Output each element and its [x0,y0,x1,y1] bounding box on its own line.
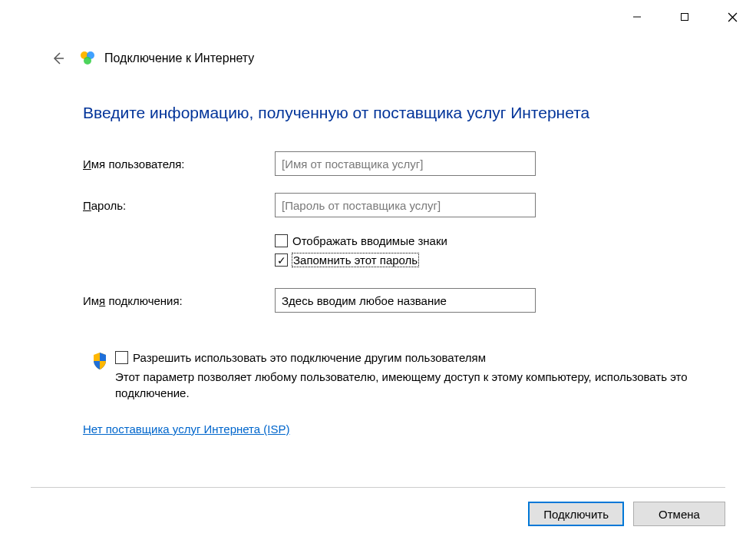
share-description: Этот параметр позволяет любому пользоват… [115,369,710,401]
share-section: Разрешить использовать это подключение д… [92,351,710,401]
header: Подключение к Интернету [46,46,254,71]
window-controls [613,0,756,34]
page-heading: Введите информацию, полученную от постав… [83,104,710,122]
share-checkbox[interactable] [115,351,128,364]
share-label: Разрешить использовать это подключение д… [133,351,486,364]
remember-label: Запомнить этот пароль [292,253,418,267]
show-chars-row: Отображать вводимые знаки [275,234,710,247]
cancel-button[interactable]: Отмена [633,502,725,526]
minimize-button[interactable] [613,0,661,34]
bottom-bar: Подключить Отмена [31,487,725,540]
remember-row: Запомнить этот пароль [275,253,710,267]
password-label: Пароль: [83,199,275,212]
connect-button[interactable]: Подключить [528,502,624,526]
username-input[interactable] [275,151,536,176]
window-title: Подключение к Интернету [104,51,254,65]
remember-checkbox[interactable] [275,253,288,267]
connection-name-input[interactable] [275,288,536,313]
password-input[interactable] [275,193,536,217]
show-chars-checkbox[interactable] [275,234,288,247]
connection-name-row: Имя подключения: [83,288,710,313]
shield-icon [92,351,107,373]
no-isp-link[interactable]: Нет поставщика услуг Интернета (ISP) [83,422,290,436]
username-row: Имя пользователя: [83,151,710,176]
share-text-block: Разрешить использовать это подключение д… [115,351,710,401]
content-area: Введите информацию, полученную от постав… [83,104,710,436]
svg-point-7 [84,57,91,65]
maximize-button[interactable] [661,0,708,34]
close-button[interactable] [708,0,756,34]
show-chars-label: Отображать вводимые знаки [292,234,447,247]
network-icon [80,50,95,68]
connection-name-label: Имя подключения: [83,294,275,307]
password-row: Пароль: [83,193,710,217]
back-button[interactable] [46,46,71,71]
username-label: Имя пользователя: [83,157,275,171]
svg-rect-1 [682,14,688,21]
